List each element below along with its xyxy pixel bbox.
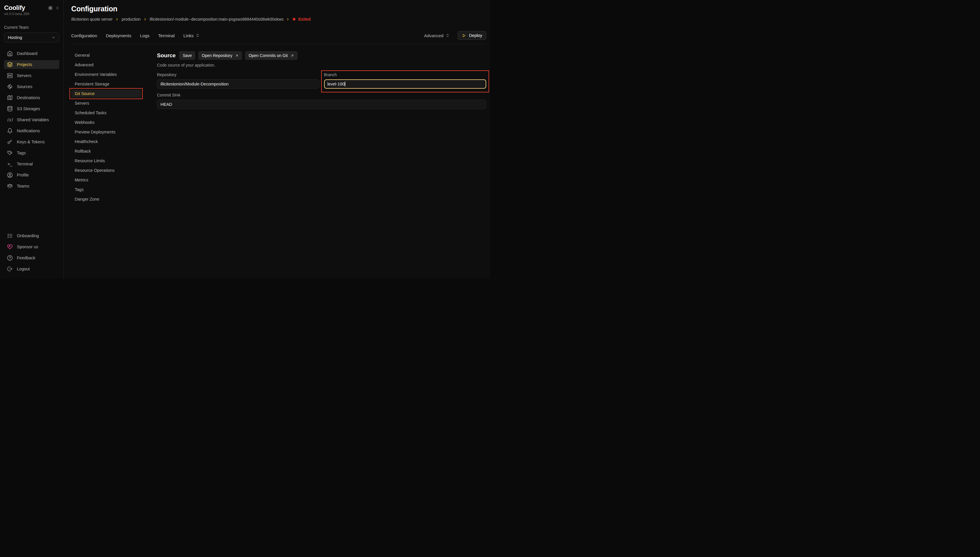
subnav-item-label: Resource Operations [75, 168, 114, 173]
sidebar-header: Coolify [4, 4, 59, 11]
subnav-item-servers[interactable]: Servers [71, 99, 141, 107]
sidebar-item-servers[interactable]: Servers [4, 71, 59, 80]
tab-label: Deployments [106, 33, 132, 38]
bell-icon [7, 128, 13, 134]
tab-deployments[interactable]: Deployments [106, 33, 132, 38]
sidebar-item-destinations[interactable]: Destinations [4, 93, 59, 102]
sidebar-item-notifications[interactable]: Notifications [4, 127, 59, 135]
subnav-item-preview-deployments[interactable]: Preview Deployments [71, 128, 141, 136]
chevrons-up-down-icon[interactable] [55, 6, 59, 10]
list-checks-icon [7, 233, 13, 239]
source-field-row: Repository illicitestonion/Module-Decomp… [157, 72, 486, 89]
sidebar-item-logout[interactable]: Logout [4, 265, 59, 273]
sidebar-item-label: Tags [17, 151, 26, 155]
subnav-item-general[interactable]: General [71, 51, 141, 59]
sidebar-item-label: Notifications [17, 129, 40, 133]
sidebar-item-dashboard[interactable]: Dashboard [4, 49, 59, 58]
subnav-item-persistent-storage[interactable]: Persistent Storage [71, 80, 141, 88]
repository-input[interactable]: illicitestonion/Module-Decomposition [157, 79, 319, 89]
commit-sha-input[interactable]: HEAD [157, 100, 486, 109]
sidebar-item-label: Onboarding [17, 233, 39, 238]
deploy-button[interactable]: Deploy [458, 31, 486, 40]
tab-links[interactable]: Links [184, 33, 200, 38]
subnav-item-label: Advanced [75, 62, 94, 67]
branch-value: level-100 [328, 82, 345, 86]
coolify-app: Coolify v4.0.0-beta.399 Current Team Hos… [0, 0, 490, 278]
app-version: v4.0.0-beta.399 [4, 12, 59, 16]
chevron-right-icon [143, 18, 147, 21]
tabbar: Configuration Deployments Logs T [71, 31, 486, 40]
team-select[interactable]: Hosting [4, 33, 59, 42]
subnav-item-git-source[interactable]: Git Source [71, 90, 141, 98]
deploy-label: Deploy [469, 33, 482, 38]
resource-tabs: Configuration Deployments Logs T [71, 33, 200, 38]
subnav-item-metrics[interactable]: Metrics [71, 176, 141, 184]
page-title: Configuration [71, 5, 486, 13]
subnav-item-label: Persistent Storage [75, 82, 109, 86]
status-dot-icon [293, 18, 296, 21]
chevron-down-icon [52, 36, 55, 39]
current-team-label: Current Team [4, 25, 59, 30]
save-button[interactable]: Save [179, 51, 195, 60]
sidebar-item-projects[interactable]: Projects [4, 60, 59, 69]
subnav-item-label: General [75, 53, 90, 57]
sidebar-item-keys-tokens[interactable]: Keys & Tokens [4, 137, 59, 146]
sidebar-item-shared-variables[interactable]: (x) Shared Variables [4, 116, 59, 124]
open-repository-button[interactable]: Open Repository [198, 51, 242, 60]
tabbar-actions: Advanced Deploy [424, 31, 486, 40]
sidebar-item-sponsor-us[interactable]: Sponsor us [4, 243, 59, 251]
breadcrumb-item-illicitestonion-module-decomposition-main-psgsws8884440s08wk00okws: illicitestonion/-module--decomposition:m… [150, 17, 290, 21]
subnav-item-healthcheck[interactable]: Healthcheck [71, 137, 141, 146]
sidebar-footer-nav: Onboarding Sponsor us Feedback Logout [4, 231, 59, 273]
configuration-subnav: General Advanced Environment Variables [71, 51, 141, 278]
tags-icon [7, 150, 13, 156]
sidebar-item-label: Profile [17, 173, 29, 178]
sidebar-item-sources[interactable]: Sources [4, 82, 59, 91]
sidebar-item-label: Keys & Tokens [17, 140, 45, 144]
sidebar-nav: Dashboard Projects Servers Sources [4, 49, 59, 191]
tabbar-divider [71, 44, 486, 44]
sidebar-item-label: Servers [17, 73, 31, 78]
sidebar-item-onboarding[interactable]: Onboarding [4, 231, 59, 240]
sidebar-item-teams[interactable]: Teams [4, 182, 59, 191]
subnav-item-tags[interactable]: Tags [71, 186, 141, 194]
breadcrumb-item-illicitonion-quote-server: illicitonion quote server [71, 17, 119, 21]
branch-label: Branch [324, 72, 486, 77]
breadcrumb-link[interactable]: production [122, 17, 140, 21]
sidebar-item-label: S3 Storages [17, 106, 40, 111]
subnav-item-danger-zone[interactable]: Danger Zone [71, 195, 141, 203]
subnav-item-webhooks[interactable]: Webhooks [71, 118, 141, 127]
branch-input[interactable]: level-100 [324, 79, 486, 89]
sidebar-item-label: Shared Variables [17, 117, 49, 122]
subnav-item-advanced[interactable]: Advanced [71, 61, 141, 69]
tab-terminal[interactable]: Terminal [158, 33, 175, 38]
breadcrumb-link[interactable]: illicitestonion/-module--decomposition:m… [150, 17, 284, 21]
advanced-toggle[interactable]: Advanced [424, 33, 450, 38]
main-area: Configuration illicitonion quote server … [63, 0, 490, 278]
subnav-item-label: Rollback [75, 149, 91, 153]
subnav-item-rollback[interactable]: Rollback [71, 147, 141, 155]
sidebar-item-feedback[interactable]: Feedback [4, 254, 59, 262]
status-label: Exited [298, 17, 310, 21]
sidebar-item-profile[interactable]: Profile [4, 171, 59, 179]
sidebar-item-label: Destinations [17, 95, 40, 100]
team-select-value: Hosting [8, 35, 22, 40]
open-commits-button[interactable]: Open Commits on Git [245, 51, 297, 60]
sidebar-item-terminal[interactable]: >_ Terminal [4, 160, 59, 168]
subnav-item-resource-operations[interactable]: Resource Operations [71, 166, 141, 174]
tab-logs[interactable]: Logs [140, 33, 150, 38]
sidebar-item-label: Dashboard [17, 51, 37, 56]
tab-label: Logs [140, 33, 150, 38]
database-icon [7, 106, 13, 112]
sidebar-item-s3-storages[interactable]: S3 Storages [4, 104, 59, 113]
breadcrumb-link[interactable]: illicitonion quote server [71, 17, 112, 21]
subnav-item-scheduled-tasks[interactable]: Scheduled Tasks [71, 109, 141, 117]
tab-label: Terminal [158, 33, 175, 38]
subnav-item-resource-limits[interactable]: Resource Limits [71, 157, 141, 165]
app-logo[interactable]: Coolify [4, 4, 25, 11]
tab-configuration[interactable]: Configuration [71, 33, 97, 38]
sun-icon[interactable] [48, 5, 53, 10]
subnav-item-environment-variables[interactable]: Environment Variables [71, 70, 141, 78]
chevrons-up-down-icon [196, 33, 200, 37]
sidebar-item-tags[interactable]: Tags [4, 148, 59, 157]
